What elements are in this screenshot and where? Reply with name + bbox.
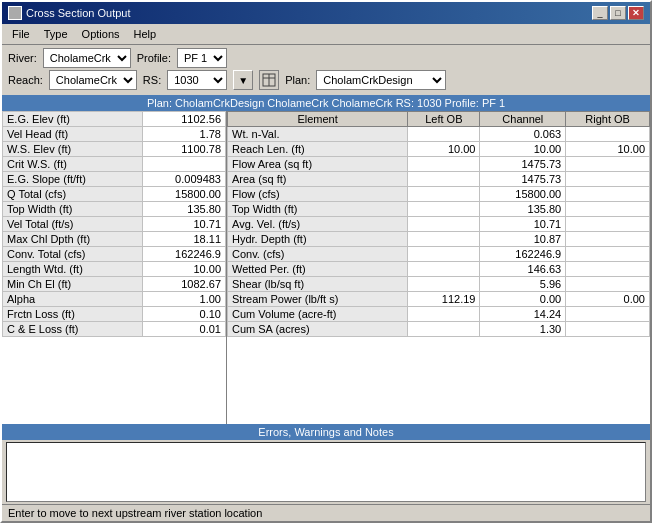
left-row-value: 1082.67 [142,277,225,292]
right-row-right-ob [566,277,650,292]
right-row-channel: 0.00 [480,292,566,307]
table-row: Flow Area (sq ft)1475.73 [228,157,650,172]
left-row-value: 1.78 [142,127,225,142]
status-bar: Enter to move to next upstream river sta… [2,504,650,521]
right-row-channel: 1475.73 [480,172,566,187]
right-row-right-ob [566,232,650,247]
left-row-value: 1.00 [142,292,225,307]
menu-type[interactable]: Type [38,26,74,42]
river-label: River: [8,52,37,64]
table-row: Reach Len. (ft)10.0010.0010.00 [228,142,650,157]
menu-bar: File Type Options Help [2,24,650,45]
left-row-label: W.S. Elev (ft) [3,142,143,157]
right-row-element: Hydr. Depth (ft) [228,232,408,247]
table-row: Shear (lb/sq ft)5.96 [228,277,650,292]
table-row: Stream Power (lb/ft s)112.190.000.00 [228,292,650,307]
right-row-left-ob [408,307,480,322]
errors-area [6,442,646,502]
close-button[interactable]: ✕ [628,6,644,20]
toolbar-row1: River: CholameCrk Profile: PF 1 [8,48,644,68]
table-row: Hydr. Depth (ft)10.87 [228,232,650,247]
right-row-channel: 15800.00 [480,187,566,202]
rs-down-button[interactable]: ▼ [233,70,253,90]
table-row: Frctn Loss (ft)0.10 [3,307,226,322]
right-row-element: Wt. n-Val. [228,127,408,142]
status-text: Enter to move to next upstream river sta… [8,507,262,519]
plan-label: Plan: [285,74,310,86]
left-row-value: 10.00 [142,262,225,277]
table-row: Conv. Total (cfs)162246.9 [3,247,226,262]
right-row-element: Avg. Vel. (ft/s) [228,217,408,232]
title-bar: Cross Section Output _ □ ✕ [2,2,650,24]
rs-nav-button[interactable] [259,70,279,90]
table-row: Avg. Vel. (ft/s)10.71 [228,217,650,232]
menu-file[interactable]: File [6,26,36,42]
left-row-label: Vel Head (ft) [3,127,143,142]
plan-select[interactable]: CholamCrkDesign [316,70,446,90]
left-row-value: 162246.9 [142,247,225,262]
left-data-table: E.G. Elev (ft)1102.56Vel Head (ft)1.78W.… [2,111,226,337]
menu-options[interactable]: Options [76,26,126,42]
main-window: Cross Section Output _ □ ✕ File Type Opt… [0,0,652,523]
right-row-left-ob [408,232,480,247]
right-row-left-ob [408,172,480,187]
left-row-value: 15800.00 [142,187,225,202]
right-row-element: Area (sq ft) [228,172,408,187]
right-row-channel: 135.80 [480,202,566,217]
maximize-button[interactable]: □ [610,6,626,20]
table-row: E.G. Elev (ft)1102.56 [3,112,226,127]
profile-select[interactable]: PF 1 [177,48,227,68]
col-right-ob: Right OB [566,112,650,127]
right-row-channel: 1475.73 [480,157,566,172]
reach-label: Reach: [8,74,43,86]
left-row-value [142,157,225,172]
right-data-table: Element Left OB Channel Right OB Wt. n-V… [227,111,650,337]
table-row: Vel Total (ft/s)10.71 [3,217,226,232]
minimize-button[interactable]: _ [592,6,608,20]
table-row: Length Wtd. (ft)10.00 [3,262,226,277]
right-row-left-ob [408,277,480,292]
table-row: Top Width (ft)135.80 [228,202,650,217]
right-row-element: Stream Power (lb/ft s) [228,292,408,307]
table-row: Max Chl Dpth (ft)18.11 [3,232,226,247]
table-row: Crit W.S. (ft) [3,157,226,172]
left-row-value: 0.10 [142,307,225,322]
right-row-channel: 10.00 [480,142,566,157]
right-row-element: Flow (cfs) [228,187,408,202]
right-row-right-ob [566,217,650,232]
left-row-label: Max Chl Dpth (ft) [3,232,143,247]
window-title: Cross Section Output [26,7,131,19]
right-row-channel: 162246.9 [480,247,566,262]
right-row-right-ob [566,157,650,172]
table-row: Cum SA (acres)1.30 [228,322,650,337]
river-select[interactable]: CholameCrk [43,48,131,68]
window-icon [8,6,22,20]
table-row: E.G. Slope (ft/ft)0.009483 [3,172,226,187]
left-row-label: Min Ch El (ft) [3,277,143,292]
left-row-label: Q Total (cfs) [3,187,143,202]
right-row-left-ob [408,187,480,202]
left-row-value: 0.01 [142,322,225,337]
left-table: E.G. Elev (ft)1102.56Vel Head (ft)1.78W.… [2,111,227,424]
table-row: C & E Loss (ft)0.01 [3,322,226,337]
profile-label: Profile: [137,52,171,64]
left-row-label: Conv. Total (cfs) [3,247,143,262]
right-row-channel: 10.87 [480,232,566,247]
left-row-value: 0.009483 [142,172,225,187]
right-row-right-ob [566,247,650,262]
col-element: Element [228,112,408,127]
right-row-channel: 5.96 [480,277,566,292]
table-row: Top Width (ft)135.80 [3,202,226,217]
left-row-label: Top Width (ft) [3,202,143,217]
right-row-right-ob: 0.00 [566,292,650,307]
right-row-left-ob [408,202,480,217]
left-row-label: Vel Total (ft/s) [3,217,143,232]
right-table: Element Left OB Channel Right OB Wt. n-V… [227,111,650,424]
right-table-header: Element Left OB Channel Right OB [228,112,650,127]
left-row-value: 1100.78 [142,142,225,157]
reach-select[interactable]: CholameCrk [49,70,137,90]
left-row-value: 10.71 [142,217,225,232]
menu-help[interactable]: Help [128,26,163,42]
bottom-section: Errors, Warnings and Notes [2,424,650,504]
rs-select[interactable]: 1030 [167,70,227,90]
